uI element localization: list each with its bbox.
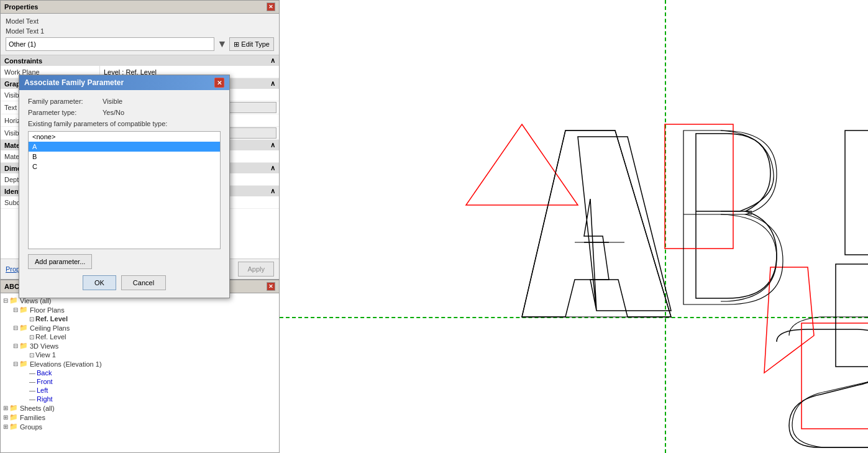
parameter-list[interactable]: <none> A B C bbox=[28, 131, 221, 249]
properties-close-button[interactable]: ✕ bbox=[267, 2, 275, 11]
type-info-line2: Model Text 1 bbox=[6, 27, 274, 35]
family-parameter-label: Family parameter: bbox=[28, 98, 103, 105]
elevations-folder-icon: 📁 bbox=[19, 360, 28, 368]
type-dropdown-expand-icon[interactable]: ▼ bbox=[217, 39, 227, 50]
3d-views-label: 3D Views bbox=[30, 342, 58, 350]
back-label: Back bbox=[37, 369, 52, 377]
3d-views-folder-icon: 📁 bbox=[19, 342, 28, 350]
black-rectangles bbox=[836, 130, 868, 367]
tree-item-groups[interactable]: ⊞ 📁 Groups bbox=[1, 422, 279, 431]
list-item-none[interactable]: <none> bbox=[29, 132, 220, 142]
groups-folder-icon: 📁 bbox=[9, 423, 18, 431]
tree-item-left[interactable]: — Left bbox=[1, 386, 279, 395]
tree-item-sheets[interactable]: ⊞ 📁 Sheets (all) bbox=[1, 403, 279, 413]
front-label: Front bbox=[37, 378, 53, 385]
view1-icon: ⊡ bbox=[29, 352, 34, 359]
groups-label: Groups bbox=[20, 423, 42, 431]
ref-level-floor-icon: ⊡ bbox=[29, 316, 34, 323]
back-icon: — bbox=[29, 370, 35, 377]
graphics-collapse-icon[interactable]: ∧ bbox=[270, 80, 275, 88]
views-all-collapse-icon: ⊟ bbox=[3, 297, 8, 304]
svg-marker-5 bbox=[764, 267, 814, 373]
cancel-button[interactable]: Cancel bbox=[121, 275, 166, 290]
svg-marker-4 bbox=[665, 124, 733, 249]
parameter-type-value: Yes/No bbox=[103, 109, 124, 116]
canvas-area bbox=[280, 0, 868, 453]
families-label: Families bbox=[20, 414, 45, 421]
tree-item-floor-plans[interactable]: ⊟ 📁 Floor Plans bbox=[1, 305, 279, 314]
ceiling-plans-label: Ceiling Plans bbox=[30, 324, 70, 332]
edit-type-label: Edit Type bbox=[241, 40, 270, 48]
ceiling-plans-collapse-icon: ⊟ bbox=[13, 324, 18, 331]
associate-family-parameter-dialog[interactable]: Associate Family Parameter ✕ Family para… bbox=[19, 75, 230, 298]
parameter-type-label: Parameter type: bbox=[28, 109, 103, 116]
ref-level-floor-label: Ref. Level bbox=[35, 315, 68, 323]
section-constraints-label: Constraints bbox=[4, 57, 42, 65]
letter-a-shape bbox=[522, 130, 671, 317]
ref-level-ceiling-icon: ⊡ bbox=[29, 334, 34, 341]
edit-type-button[interactable]: ⊞ Edit Type bbox=[229, 37, 274, 51]
project-browser-panel: ABC.rfa - Project Browser ✕ ⊟ 📁 Views (a… bbox=[0, 280, 280, 453]
tree-item-ref-level-floor[interactable]: ⊡ Ref. Level bbox=[1, 314, 279, 323]
tree-item-3d-views[interactable]: ⊟ 📁 3D Views bbox=[1, 341, 279, 350]
sheets-folder-icon: 📁 bbox=[9, 404, 18, 412]
constraints-collapse-icon[interactable]: ∧ bbox=[270, 57, 275, 65]
tree-item-elevations[interactable]: ⊟ 📁 Elevations (Elevation 1) bbox=[1, 359, 279, 368]
dialog-titlebar: Associate Family Parameter ✕ bbox=[19, 75, 229, 90]
letter-outlines bbox=[522, 130, 868, 447]
groups-expand-icon: ⊞ bbox=[3, 423, 8, 430]
red-triangles bbox=[466, 124, 868, 429]
dialog-ok-cancel-row: OK Cancel bbox=[28, 275, 221, 290]
dialog-title: Associate Family Parameter bbox=[24, 78, 124, 87]
ok-button[interactable]: OK bbox=[83, 275, 116, 290]
right-label: Right bbox=[37, 395, 53, 403]
sheets-label: Sheets (all) bbox=[20, 405, 55, 412]
elevations-label: Elevations (Elevation 1) bbox=[30, 360, 102, 368]
properties-title: Properties bbox=[4, 3, 38, 11]
browser-content: ⊟ 📁 Views (all) ⊟ 📁 Floor Plans ⊡ Ref. L… bbox=[1, 293, 279, 452]
left-icon: — bbox=[29, 387, 35, 394]
project-browser-close-button[interactable]: ✕ bbox=[267, 282, 275, 291]
tree-item-right[interactable]: — Right bbox=[1, 395, 279, 403]
list-item-a[interactable]: A bbox=[29, 142, 220, 152]
families-folder-icon: 📁 bbox=[9, 413, 18, 421]
ceiling-plans-folder-icon: 📁 bbox=[19, 324, 28, 332]
tree-item-ceiling-plans[interactable]: ⊟ 📁 Ceiling Plans bbox=[1, 323, 279, 332]
apply-button[interactable]: Apply bbox=[238, 262, 274, 277]
type-dropdown[interactable]: Other (1) bbox=[6, 37, 214, 51]
views-all-folder-icon: 📁 bbox=[9, 296, 18, 304]
right-icon: — bbox=[29, 396, 35, 403]
properties-titlebar: Properties ✕ bbox=[1, 1, 279, 14]
section-constraints: Constraints ∧ bbox=[1, 55, 279, 66]
ref-level-ceiling-label: Ref. Level bbox=[35, 333, 66, 341]
identity-collapse-icon[interactable]: ∧ bbox=[270, 187, 275, 195]
parameter-type-row: Parameter type: Yes/No bbox=[28, 109, 221, 116]
tree-item-ref-level-ceiling[interactable]: ⊡ Ref. Level bbox=[1, 332, 279, 341]
list-item-c[interactable]: C bbox=[29, 162, 220, 172]
materials-collapse-icon[interactable]: ∧ bbox=[270, 141, 275, 149]
family-parameter-row: Family parameter: Visible bbox=[28, 98, 221, 105]
tree-item-front[interactable]: — Front bbox=[1, 377, 279, 386]
family-parameter-value: Visible bbox=[103, 98, 122, 105]
type-selector-area: Model Text Model Text 1 Other (1) ▼ ⊞ Ed… bbox=[1, 14, 279, 55]
elevations-collapse-icon: ⊟ bbox=[13, 360, 18, 367]
tree-item-back[interactable]: — Back bbox=[1, 368, 279, 377]
tree-item-view1[interactable]: ⊡ View 1 bbox=[1, 350, 279, 359]
tree-item-families[interactable]: ⊞ 📁 Families bbox=[1, 413, 279, 422]
svg-rect-7 bbox=[845, 130, 868, 255]
front-icon: — bbox=[29, 378, 35, 385]
add-parameter-button[interactable]: Add parameter... bbox=[28, 254, 92, 269]
3d-views-collapse-icon: ⊟ bbox=[13, 342, 18, 349]
floor-plans-collapse-icon: ⊟ bbox=[13, 306, 18, 313]
view1-label: View 1 bbox=[35, 351, 56, 359]
add-parameter-row: Add parameter... bbox=[28, 254, 221, 269]
letter-s-shape bbox=[777, 329, 868, 447]
dialog-close-button[interactable]: ✕ bbox=[214, 78, 224, 88]
families-expand-icon: ⊞ bbox=[3, 414, 8, 421]
type-info-line1: Model Text bbox=[6, 17, 274, 25]
dimensions-collapse-icon[interactable]: ∧ bbox=[270, 164, 275, 172]
list-item-b[interactable]: B bbox=[29, 152, 220, 162]
type-row: Other (1) ▼ ⊞ Edit Type bbox=[6, 37, 274, 51]
floor-plans-folder-icon: 📁 bbox=[19, 306, 28, 314]
sheets-expand-icon: ⊞ bbox=[3, 405, 8, 411]
